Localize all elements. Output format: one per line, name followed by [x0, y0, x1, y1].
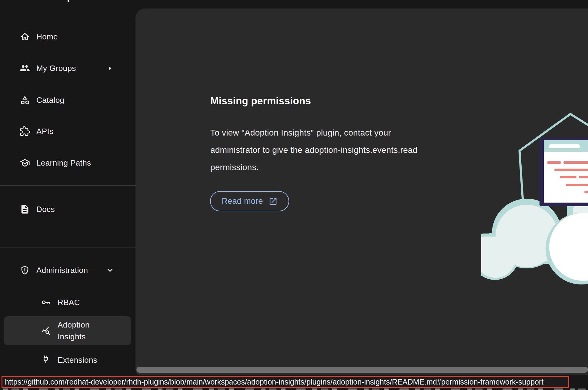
main-panel: Missing permissions To view "Adoption In… — [135, 8, 588, 375]
horizontal-scrollbar[interactable] — [136, 367, 588, 373]
sidebar-item-label: RBAC — [58, 298, 80, 307]
learning-paths-icon — [20, 158, 30, 168]
docs-icon — [20, 204, 30, 214]
groups-icon — [20, 63, 30, 73]
sidebar-item-my-groups[interactable]: My Groups — [0, 61, 135, 76]
rbac-key-icon — [41, 297, 51, 308]
sidebar-item-label: Docs — [36, 205, 55, 214]
sidebar: Home My Groups Catalog APIs — [0, 0, 135, 390]
sidebar-item-home[interactable]: Home — [0, 29, 135, 44]
sidebar-item-apis[interactable]: APIs — [0, 124, 135, 139]
permissions-message: To view "Adoption Insights" plugin, cont… — [210, 124, 471, 176]
extensions-plug-icon — [41, 355, 51, 365]
sidebar-item-label: Administration — [36, 266, 88, 275]
highlighted-link-url-banner: https://github.com/redhat-developer/rhdh… — [2, 376, 569, 388]
code-window-shape — [540, 138, 588, 206]
chevron-right-icon — [105, 64, 115, 73]
sidebar-item-label: Catalog — [36, 96, 64, 105]
page-title: Missing permissions — [210, 95, 311, 107]
message-line: permissions. — [210, 159, 471, 176]
sidebar-item-learning-paths[interactable]: Learning Paths — [0, 155, 135, 170]
sidebar-item-label: Learning Paths — [36, 158, 91, 168]
apis-puzzle-icon — [20, 126, 30, 136]
cut-off-text-fragment — [68, 0, 69, 2]
sidebar-item-rbac[interactable]: RBAC — [0, 295, 135, 310]
sidebar-item-catalog[interactable]: Catalog — [0, 92, 135, 108]
adoption-insights-icon — [41, 325, 52, 336]
sidebar-item-label: Home — [36, 32, 58, 42]
home-icon — [20, 32, 30, 42]
missing-permissions-illustration — [481, 91, 588, 291]
cut-off-content-strip — [3, 388, 586, 390]
external-link-icon — [269, 197, 278, 206]
message-line: To view "Adoption Insights" plugin, cont… — [210, 124, 471, 141]
app-window: Home My Groups Catalog APIs — [0, 0, 588, 390]
catalog-icon — [20, 95, 30, 105]
message-line: administrator to give the adoption-insig… — [210, 141, 471, 159]
sidebar-item-extensions[interactable]: Extensions — [0, 352, 135, 368]
read-more-label: Read more — [222, 197, 263, 206]
sidebar-item-label: My Groups — [36, 64, 76, 73]
sidebar-divider — [0, 247, 135, 247]
sidebar-divider — [0, 185, 135, 186]
chevron-down-icon — [105, 266, 115, 275]
link-url-text: https://github.com/redhat-developer/rhdh… — [5, 378, 543, 386]
sidebar-item-administration[interactable]: Administration — [0, 263, 135, 278]
sidebar-item-label: Extensions — [58, 355, 97, 365]
sidebar-item-label: APIs — [36, 127, 54, 136]
sidebar-item-docs[interactable]: Docs — [0, 202, 135, 217]
administration-shield-icon — [20, 265, 30, 275]
sidebar-item-label: Adoption Insights — [58, 319, 109, 343]
read-more-button[interactable]: Read more — [210, 191, 289, 211]
sidebar-item-adoption-insights[interactable]: Adoption Insights — [4, 316, 131, 345]
